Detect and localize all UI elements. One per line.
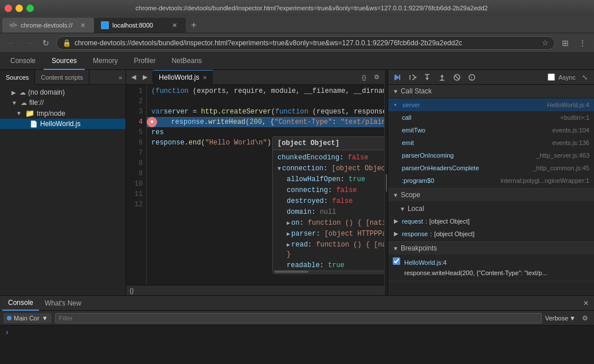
url-bar[interactable]: 🔒 chrome-devtools://devtools/bundled/ins… bbox=[56, 36, 555, 50]
request-arrow: ▶ bbox=[394, 216, 398, 226]
editor-toolbar-right: {} ⚙ bbox=[357, 72, 384, 83]
folder-arrow-icon: ▼ bbox=[16, 110, 22, 116]
prop-domain: domain: null bbox=[275, 207, 384, 218]
breakpoints-header[interactable]: ▼ Breakpoints bbox=[388, 242, 594, 255]
step-over-button[interactable] bbox=[407, 72, 418, 83]
back-button[interactable]: ← bbox=[5, 36, 18, 50]
tooltip-header: [object Object] bbox=[273, 137, 384, 150]
pause-exceptions-button[interactable]: ! bbox=[466, 72, 478, 83]
console-context-selector[interactable]: Main Cor ▼ bbox=[3, 313, 52, 323]
console-settings-button[interactable]: ⚙ bbox=[579, 312, 591, 324]
call-stack-header[interactable]: ▼ Call Stack bbox=[388, 85, 594, 97]
scroll-track bbox=[274, 271, 384, 273]
resizer-handle bbox=[386, 174, 387, 191]
file-tree-more[interactable]: » bbox=[115, 74, 126, 81]
stack-frame-server[interactable]: ● server HelloWorld.js:4 bbox=[388, 99, 594, 111]
scope-response[interactable]: ▶ response: [object Object] bbox=[388, 228, 594, 240]
panel-resize-icon[interactable]: ⤡ bbox=[579, 72, 591, 83]
tab-netbeans[interactable]: NetBeans bbox=[163, 53, 210, 70]
scope-header[interactable]: ▼ Scope bbox=[388, 189, 594, 201]
editor-back-button[interactable]: ◀ bbox=[128, 72, 139, 83]
code-line-1: (function (exports, require, module, __f… bbox=[147, 86, 384, 96]
prop-chunkedEncoding: chunkedEncoding: false bbox=[275, 152, 384, 163]
localhost-browser-tab[interactable]: 🌐 localhost:8000 ✕ bbox=[94, 18, 186, 33]
file-tree-tab-content-scripts[interactable]: Content scripts bbox=[35, 70, 89, 85]
console-close-button[interactable]: ✕ bbox=[580, 298, 592, 309]
devtools-favicon: </> bbox=[9, 21, 17, 29]
reload-button[interactable]: ↻ bbox=[39, 36, 53, 50]
prompt-arrow: › bbox=[5, 328, 9, 337]
close-button[interactable] bbox=[5, 5, 12, 12]
tab-console[interactable]: Console bbox=[2, 53, 44, 70]
tab-sources[interactable]: Sources bbox=[44, 53, 85, 70]
tooltip-body[interactable]: chunkedEncoding: false ▼connection: [obj… bbox=[273, 150, 384, 270]
editor-settings-button[interactable]: ⚙ bbox=[372, 72, 382, 83]
deactivate-button[interactable] bbox=[451, 72, 463, 83]
breakpoints-section: ▼ Breakpoints HelloWorld.js:4 response.w… bbox=[388, 242, 594, 281]
console-filter-input[interactable] bbox=[55, 313, 542, 323]
scope-title: Scope bbox=[401, 191, 420, 199]
prop-allowHalfOpen: allowHalfOpen: true bbox=[275, 174, 384, 185]
devtools-tab-close[interactable]: ✕ bbox=[78, 21, 87, 30]
svg-marker-9 bbox=[440, 75, 444, 77]
tree-item-file[interactable]: ▼ ☁ file:// bbox=[0, 97, 126, 108]
editor-tab-helloworld[interactable]: HelloWorld.js ✕ bbox=[153, 70, 213, 85]
breakpoint-indicator: ● bbox=[147, 117, 157, 127]
console-tab-whatsnew[interactable]: What's New bbox=[39, 296, 87, 311]
minimize-button[interactable] bbox=[15, 5, 23, 12]
editor-content: 1 2 3 4 5 6 7 8 9 10 11 12 (function (ex… bbox=[126, 85, 384, 285]
svg-rect-2 bbox=[399, 75, 400, 80]
stack-frame-parserOnIncoming[interactable]: parserOnIncoming _http_server.js:463 bbox=[388, 149, 594, 162]
context-dropdown-arrow: ▼ bbox=[42, 315, 48, 322]
format-icon[interactable]: {} bbox=[130, 287, 134, 294]
object-tooltip: [object Object] chunkedEncoding: false ▼… bbox=[272, 136, 384, 274]
editor-tabs: ◀ ▶ HelloWorld.js ✕ {} ⚙ bbox=[126, 70, 384, 85]
menu-icon[interactable]: ⋮ bbox=[576, 36, 589, 50]
tab-profiler[interactable]: Profiler bbox=[126, 53, 163, 70]
breakpoints-title: Breakpoints bbox=[401, 244, 437, 252]
tree-item-helloworld[interactable]: 📄 HelloWorld.js bbox=[0, 119, 126, 129]
forward-button[interactable]: → bbox=[22, 36, 36, 50]
stack-frame-program[interactable]: :program$0 internal:polygl...ngineWrappe… bbox=[388, 174, 594, 187]
devtools-browser-tab[interactable]: </> chrome-devtools:// ✕ bbox=[2, 18, 94, 33]
scope-local-header[interactable]: ▼ Local bbox=[388, 202, 594, 215]
async-checkbox[interactable] bbox=[548, 73, 555, 81]
scope-local-title: Local bbox=[408, 205, 424, 213]
tree-item-no-domain[interactable]: ▶ ☁ (no domain) bbox=[0, 87, 126, 97]
localhost-tab-close[interactable]: ✕ bbox=[170, 21, 179, 30]
editor-area: ◀ ▶ HelloWorld.js ✕ {} ⚙ 1 2 3 4 bbox=[126, 70, 384, 295]
arrow-icon: ▶ bbox=[11, 89, 16, 96]
call-stack-section: ▼ Call Stack ● server HelloWorld.js:4 ca… bbox=[388, 85, 594, 189]
step-into-button[interactable] bbox=[421, 72, 433, 83]
svg-text:!: ! bbox=[471, 75, 472, 81]
breakpoint-checkbox[interactable] bbox=[393, 257, 400, 265]
tab-memory[interactable]: Memory bbox=[85, 53, 126, 70]
right-panel-scroll[interactable]: ▼ Call Stack ● server HelloWorld.js:4 ca… bbox=[388, 85, 594, 295]
call-stack-body: ● server HelloWorld.js:4 call <builtin>:… bbox=[388, 97, 594, 188]
file-tree-tab-sources[interactable]: Sources bbox=[0, 70, 35, 85]
format-button[interactable]: {} bbox=[359, 72, 369, 83]
editor-tab-close[interactable]: ✕ bbox=[202, 75, 207, 81]
tree-item-folder[interactable]: ▼ 📁 tmp/node bbox=[0, 108, 126, 119]
bookmark-icon[interactable]: ☆ bbox=[542, 38, 549, 47]
scope-request[interactable]: ▶ request: [object Object] bbox=[388, 215, 594, 228]
console-tab-console[interactable]: Console bbox=[2, 296, 39, 311]
stack-frame-call[interactable]: call <builtin>:1 bbox=[388, 111, 594, 124]
cloud-icon: ☁ bbox=[19, 89, 26, 96]
stack-frame-emitTwo[interactable]: emitTwo events.js:104 bbox=[388, 124, 594, 136]
prop-parser: ▶parser: [object HTTPPParser] bbox=[275, 229, 384, 240]
maximize-button[interactable] bbox=[26, 5, 34, 12]
devtools-main-area: Sources Content scripts » ▶ ☁ (no domain… bbox=[0, 70, 594, 295]
extensions-icon[interactable]: ⊞ bbox=[558, 36, 572, 50]
verbose-selector[interactable]: Verbose ▼ bbox=[545, 315, 576, 322]
stack-frame-parserOnHeadersComplete[interactable]: parserOnHeadersComplete _http_common.js:… bbox=[388, 162, 594, 174]
svg-marker-6 bbox=[425, 78, 429, 80]
highlighted-code: response.writeHead(200, {"Content-Type":… bbox=[151, 117, 384, 127]
resume-button[interactable] bbox=[392, 72, 403, 83]
editor-forward-button[interactable]: ▶ bbox=[140, 72, 150, 83]
new-tab-button[interactable]: + bbox=[186, 18, 202, 33]
tooltip-horizontal-scrollbar[interactable] bbox=[273, 270, 384, 273]
stack-frame-emit[interactable]: emit events.js:136 bbox=[388, 136, 594, 149]
step-out-button[interactable] bbox=[436, 72, 448, 83]
call-stack-arrow: ▼ bbox=[393, 88, 398, 95]
